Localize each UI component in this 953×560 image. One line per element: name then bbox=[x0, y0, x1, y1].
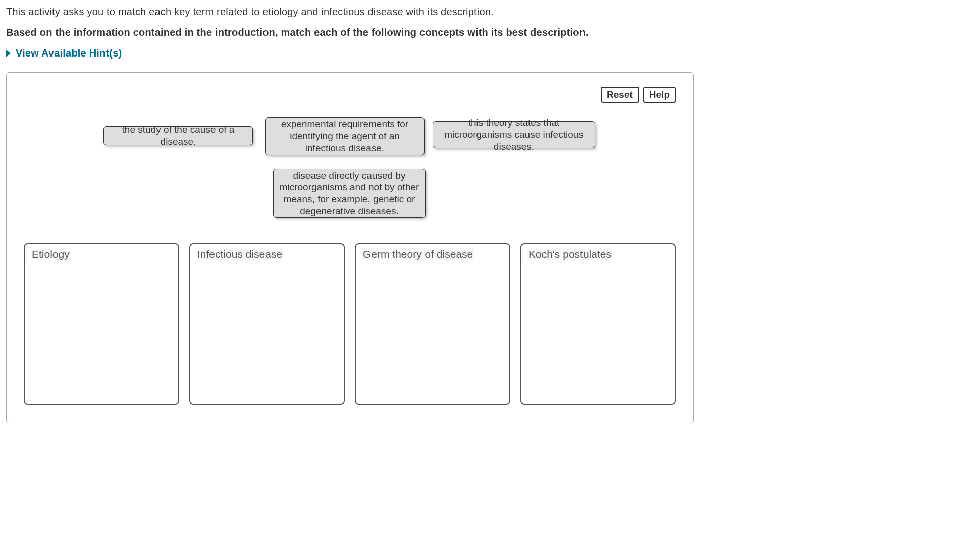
activity-container: Reset Help the study of the cause of a d… bbox=[6, 72, 694, 423]
toolbar: Reset Help bbox=[24, 87, 676, 103]
reset-button[interactable]: Reset bbox=[601, 87, 639, 103]
dropzone-infectious-disease[interactable]: Infectious disease bbox=[189, 243, 345, 405]
dropzone-etiology[interactable]: Etiology bbox=[24, 243, 179, 405]
draggable-source-area: the study of the cause of a disease. exp… bbox=[24, 117, 676, 233]
dropzone-germ-theory[interactable]: Germ theory of disease bbox=[355, 243, 510, 405]
view-hints-link[interactable]: View Available Hint(s) bbox=[6, 47, 122, 59]
dropzone-kochs-postulates[interactable]: Koch's postulates bbox=[520, 243, 676, 405]
dropzone-label: Infectious disease bbox=[196, 248, 283, 260]
view-hints-label: View Available Hint(s) bbox=[16, 47, 122, 59]
dropzone-label: Koch's postulates bbox=[527, 248, 612, 260]
activity-intro: This activity asks you to match each key… bbox=[6, 6, 947, 18]
draggable-tile-experimental-requirements[interactable]: experimental requirements for identifyin… bbox=[265, 117, 425, 155]
draggable-tile-disease-by-microorganisms[interactable]: disease directly caused by microorganism… bbox=[273, 169, 426, 218]
draggable-tile-study-of-cause[interactable]: the study of the cause of a disease. bbox=[103, 126, 253, 145]
help-button[interactable]: Help bbox=[643, 87, 676, 103]
draggable-tile-germ-theory-statement[interactable]: this theory states that microorganisms c… bbox=[433, 121, 595, 148]
dropzone-label: Etiology bbox=[31, 248, 71, 260]
activity-prompt: Based on the information contained in th… bbox=[6, 27, 947, 38]
dropzone-row: Etiology Infectious disease Germ theory … bbox=[24, 243, 676, 405]
chevron-right-icon bbox=[6, 50, 11, 57]
dropzone-label: Germ theory of disease bbox=[362, 248, 474, 260]
